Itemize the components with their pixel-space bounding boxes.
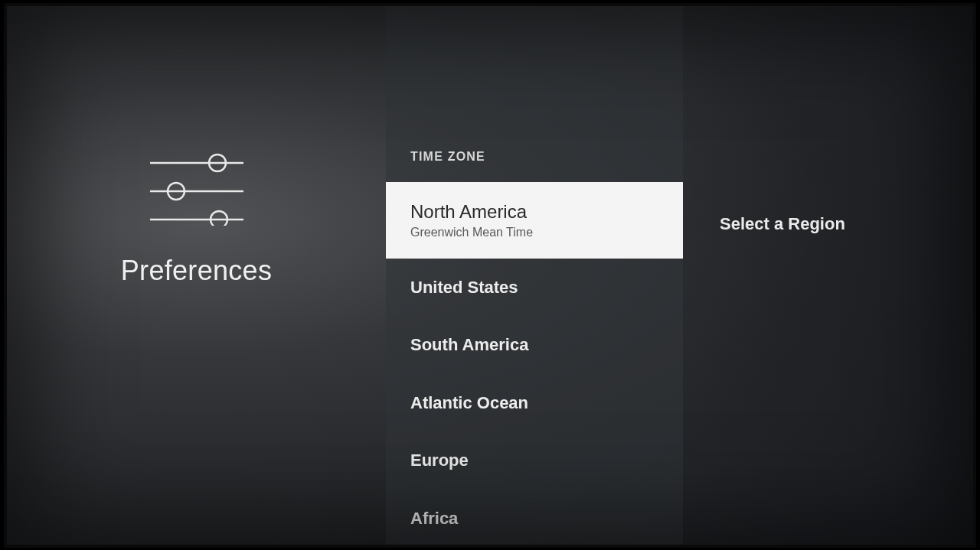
svg-point-5 [211,211,227,226]
detail-title: Select a Region [720,214,973,234]
region-label: South America [410,334,658,356]
settings-screen: Preferences TIME ZONE North America Gree… [4,3,976,548]
timezone-list: TIME ZONE North America Greenwich Mean T… [386,6,683,545]
region-label: Europe [410,450,658,471]
category-title: Preferences [121,255,272,287]
region-label: Africa [410,508,658,529]
preferences-sliders-icon [147,149,247,226]
region-item-united-states[interactable]: United States [386,259,683,317]
region-label: North America [410,200,658,223]
detail-panel: Select a Region [683,6,973,545]
region-label: United States [410,277,658,298]
region-item-europe[interactable]: Europe [386,431,683,490]
region-item-north-america[interactable]: North America Greenwich Mean Time [386,182,683,259]
category-panel: Preferences [7,6,386,545]
region-item-south-america[interactable]: South America [386,316,683,374]
section-header: TIME ZONE [386,150,683,182]
region-label: Atlantic Ocean [410,392,658,414]
region-sublabel: Greenwich Mean Time [410,225,658,240]
region-item-atlantic-ocean[interactable]: Atlantic Ocean [386,374,683,432]
region-item-africa[interactable]: Africa [386,490,683,548]
